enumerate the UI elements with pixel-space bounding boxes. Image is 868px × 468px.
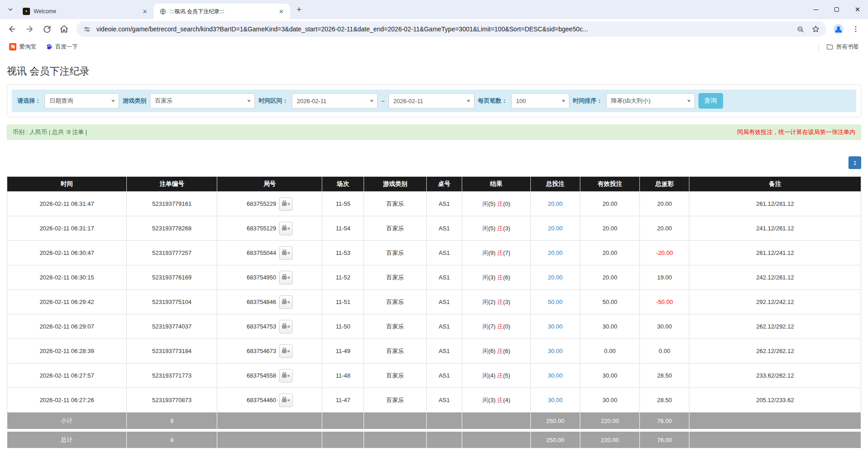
video-replay-button[interactable] [279,295,293,309]
cell-time: 2026-02-11 06:31:17 [7,216,127,241]
cell-time: 2026-02-11 06:28:39 [7,339,127,363]
cell-total-bet-link[interactable]: 30.00 [548,348,563,354]
cell-round: 683754950 [247,274,276,281]
video-replay-button[interactable] [279,271,293,284]
profile-avatar[interactable] [831,21,846,37]
video-replay-button[interactable] [279,344,293,358]
close-window-button[interactable]: ✕ [847,0,868,19]
video-replay-button[interactable] [279,222,293,235]
cell-time: 2026-02-11 06:29:07 [7,314,127,339]
subtotal-total-bet: 250.00 [530,413,580,429]
cell-total-bet-link[interactable]: 20.00 [548,225,563,232]
cell-game: 百家乐 [364,216,426,241]
menu-button[interactable] [848,21,863,37]
cell-table-no: AS1 [426,290,462,314]
cell-bet-id: 523193770873 [127,388,217,413]
chevron-down-icon [7,6,14,13]
video-replay-button[interactable] [279,246,293,260]
maximize-icon [834,7,839,12]
cell-payout: 20.00 [640,216,689,241]
back-icon [8,25,17,34]
cell-total-bet-link[interactable]: 20.00 [548,274,563,281]
new-tab-button[interactable]: + [293,3,305,16]
cell-bet-id: 523193777257 [127,241,217,265]
cell-total-bet-link[interactable]: 30.00 [548,397,563,403]
tab-strip: ✦ Welcome ✕ :::视讯 会员下注纪录::: ✕ + ✕ [0,0,868,19]
tab-welcome[interactable]: ✦ Welcome ✕ [17,4,154,19]
cell-session: 11-49 [322,339,364,363]
baidu-paw-icon [45,43,53,50]
tab-title: :::视讯 会员下注纪录::: [170,8,274,15]
cell-payout: 0.00 [640,339,689,363]
home-button[interactable] [56,21,72,37]
cell-game: 百家乐 [364,339,426,363]
cell-session: 11-48 [322,363,364,388]
video-replay-button[interactable] [279,393,293,407]
date-start-select[interactable]: 2026-02-11 [292,93,378,109]
video-replay-button[interactable] [279,197,293,211]
minimize-button[interactable] [805,0,826,19]
maximize-button[interactable] [826,0,847,19]
bookmark-aitaobao[interactable]: 淘 爱淘宝 [5,41,40,53]
cell-total-bet-link[interactable]: 20.00 [548,200,563,207]
all-bookmarks-button[interactable]: 所有书签 [823,41,863,53]
cell-result: 闲(5) 庄(3) [462,216,530,241]
select-type-label: 请选择： [17,97,41,105]
cell-round: 683754673 [247,348,276,354]
cell-game: 百家乐 [364,388,426,413]
cell-result: 闲(3) 庄(4) [462,388,530,413]
tab-search-button[interactable] [4,3,17,16]
close-tab-icon[interactable]: ✕ [141,7,149,15]
forward-button[interactable] [22,21,37,37]
cell-total-bet-link[interactable]: 50.00 [548,299,563,305]
cell-total-bet-link[interactable]: 30.00 [548,323,563,330]
page-1-button[interactable]: 1 [848,156,861,169]
cell-total-bet-link[interactable]: 20.00 [548,249,563,256]
close-tab-icon[interactable]: ✕ [277,7,285,15]
subtotal-label: 小计 [7,413,127,429]
all-bookmarks-label: 所有书签 [836,43,859,51]
cell-round: 683755229 [247,200,276,207]
address-bar[interactable]: videoie.com/game/betrecord_search/kind3?… [76,21,826,37]
per-page-select[interactable]: 100 [511,93,569,109]
site-settings-icon[interactable] [81,23,93,35]
cell-bet-id: 523193778268 [127,216,217,241]
valid-bet-notice-text: 同局有效投注，统一计算在该局第一张注单内 [737,128,855,136]
query-type-select[interactable]: 日期查询 [45,93,119,109]
bookmark-baidu[interactable]: 百度一下 [42,41,82,53]
cell-game: 百家乐 [364,192,426,216]
forward-icon [25,25,34,34]
cell-bet-id: 523193775104 [127,290,217,314]
cell-result: 闲(4) 庄(5) [462,363,530,388]
cell-total-bet-link[interactable]: 30.00 [548,372,563,379]
back-button[interactable] [5,21,20,37]
cell-valid-bet: 20.00 [580,216,640,241]
search-button[interactable]: 查询 [698,93,723,109]
subtotal-row: 小计 9 250.00 220.00 76.00 [7,413,861,429]
cell-result: 闲(3) 庄(6) [462,265,530,290]
zoom-icon[interactable] [794,23,806,35]
video-icon [281,396,290,405]
tab-title: Welcome [34,8,137,15]
cell-game: 百家乐 [364,290,426,314]
cell-table-no: AS1 [426,265,462,290]
profile-icon [833,24,844,35]
table-row: 2026-02-11 06:30:15 523193776169 6837549… [7,265,861,290]
game-kind-select[interactable]: 百家乐 [150,93,255,109]
video-replay-button[interactable] [279,369,293,383]
header-payout: 总派彩 [640,177,689,192]
tab-betrecord[interactable]: :::视讯 会员下注纪录::: ✕ [154,4,290,19]
cell-result: 闲(2) 庄(3) [462,290,530,314]
date-end-select[interactable]: 2026-02-11 [389,93,474,109]
cell-result: 闲(7) 庄(0) [462,314,530,339]
home-icon [60,25,69,34]
sort-label: 时间排序： [573,97,603,105]
cell-valid-bet: 30.00 [580,363,640,388]
bookmarks-divider [818,43,819,51]
reload-button[interactable] [39,21,55,37]
video-replay-button[interactable] [279,320,293,334]
sort-select[interactable]: 降幂(由大到小) [606,93,695,109]
video-icon [281,347,290,356]
chevron-down-icon [111,100,115,102]
bookmark-star-icon[interactable] [810,23,822,35]
